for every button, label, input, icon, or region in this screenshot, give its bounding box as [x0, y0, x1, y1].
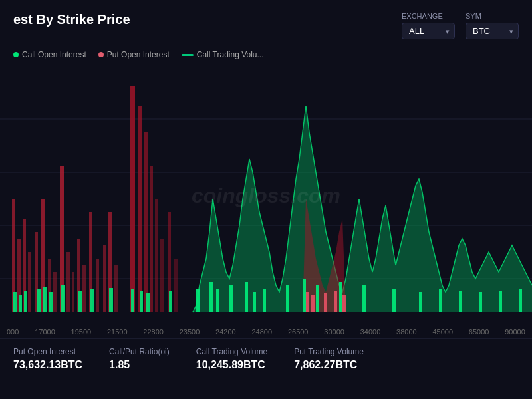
x-label: 30000: [324, 328, 344, 336]
chart-area: coingloss.com: [0, 66, 532, 325]
svg-rect-59: [419, 292, 422, 312]
svg-rect-60: [439, 289, 442, 312]
page-title: est By Strike Price: [13, 12, 130, 27]
svg-rect-22: [130, 86, 135, 312]
svg-rect-49: [229, 285, 233, 312]
svg-rect-54: [303, 279, 306, 312]
svg-rect-50: [245, 282, 248, 312]
svg-rect-13: [66, 252, 70, 312]
svg-rect-46: [196, 289, 200, 312]
legend-item-put-oi: Put Open Interest: [98, 50, 170, 59]
svg-rect-42: [146, 293, 150, 312]
symbol-select[interactable]: BTC ETH: [466, 23, 519, 39]
symbol-label: Sym: [466, 12, 519, 20]
svg-rect-64: [519, 289, 522, 312]
exchange-select-wrapper[interactable]: ALL Deribit OKX: [402, 23, 455, 39]
svg-rect-66: [311, 295, 315, 312]
stat-call-put-ratio: Call/Put Ratio(oi) 1.85: [109, 347, 170, 371]
svg-rect-38: [90, 289, 94, 312]
svg-rect-33: [37, 289, 41, 312]
stat-call-vol-value: 10,245.89BTC: [196, 359, 267, 371]
stat-ratio-label: Call/Put Ratio(oi): [109, 347, 170, 356]
x-label: 65000: [469, 328, 489, 336]
stat-call-vol: Call Trading Volume 10,245.89BTC: [196, 347, 267, 371]
svg-rect-56: [339, 282, 342, 312]
symbol-select-wrapper[interactable]: BTC ETH: [466, 23, 519, 39]
x-label: 26500: [288, 328, 309, 336]
x-label: 38000: [396, 328, 417, 336]
svg-rect-32: [24, 291, 27, 312]
svg-marker-44: [193, 106, 532, 312]
svg-rect-19: [103, 245, 106, 312]
x-label: 24800: [252, 328, 273, 336]
stat-call-vol-label: Call Trading Volume: [196, 347, 267, 356]
svg-rect-7: [28, 252, 31, 312]
exchange-group: Exchange ALL Deribit OKX: [402, 12, 455, 39]
svg-rect-29: [174, 259, 178, 312]
x-label: 000: [7, 328, 19, 336]
svg-rect-43: [169, 291, 172, 312]
svg-rect-37: [78, 291, 82, 312]
x-label: 23500: [180, 328, 200, 336]
svg-rect-57: [362, 285, 366, 312]
svg-rect-63: [499, 291, 502, 312]
x-label: 24200: [215, 328, 236, 336]
svg-rect-30: [13, 292, 17, 312]
chart-svg: [0, 66, 532, 325]
x-label: 45000: [432, 328, 453, 336]
svg-rect-25: [150, 166, 153, 312]
legend-item-call-vol: Call Trading Volu...: [182, 50, 264, 59]
svg-rect-16: [82, 265, 86, 312]
svg-rect-55: [316, 285, 319, 312]
svg-rect-52: [263, 289, 266, 312]
svg-rect-27: [160, 239, 164, 312]
stat-put-vol-value: 7,862.27BTC: [294, 359, 364, 371]
controls: Exchange ALL Deribit OKX Sym BTC ETH: [402, 12, 519, 39]
x-label: 90000: [505, 328, 525, 336]
svg-rect-69: [342, 295, 346, 312]
x-axis: 000 17000 19500 21500 22800 23500 24200 …: [0, 325, 532, 338]
svg-rect-31: [19, 295, 22, 312]
svg-rect-35: [49, 292, 53, 312]
legend: Call Open Interest Put Open Interest Cal…: [0, 46, 532, 66]
stat-put-oi: Put Open Interest 73,632.13BTC: [13, 347, 82, 371]
svg-rect-26: [155, 199, 158, 312]
svg-rect-53: [286, 285, 289, 312]
symbol-group: Sym BTC ETH: [466, 12, 519, 39]
svg-rect-51: [253, 292, 256, 312]
svg-rect-24: [144, 132, 148, 312]
svg-rect-48: [216, 289, 219, 312]
exchange-select[interactable]: ALL Deribit OKX: [402, 23, 455, 39]
svg-rect-11: [53, 272, 57, 312]
put-oi-label: Put Open Interest: [107, 50, 170, 59]
stat-put-oi-label: Put Open Interest: [13, 347, 82, 356]
svg-rect-67: [324, 293, 327, 312]
svg-rect-65: [306, 292, 309, 312]
svg-rect-18: [96, 259, 99, 312]
x-label: 17000: [35, 328, 55, 336]
svg-rect-39: [109, 288, 113, 312]
svg-rect-23: [138, 106, 142, 312]
svg-rect-34: [43, 287, 47, 312]
x-label: 19500: [71, 328, 92, 336]
svg-rect-40: [131, 289, 134, 312]
call-oi-label: Call Open Interest: [22, 50, 86, 59]
main-container: est By Strike Price Exchange ALL Deribit…: [0, 0, 532, 399]
stats-bar: Put Open Interest 73,632.13BTC Call/Put …: [0, 338, 532, 379]
stat-put-vol-label: Put Trading Volume: [294, 347, 364, 356]
stat-put-vol: Put Trading Volume 7,862.27BTC: [294, 347, 364, 371]
stat-put-oi-value: 73,632.13BTC: [13, 359, 82, 371]
call-vol-icon: [182, 54, 194, 56]
svg-rect-68: [334, 291, 337, 312]
svg-rect-61: [459, 291, 462, 312]
svg-rect-21: [114, 265, 118, 312]
put-oi-icon: [98, 52, 104, 57]
svg-rect-14: [72, 272, 74, 312]
header: est By Strike Price Exchange ALL Deribit…: [0, 0, 532, 46]
svg-rect-41: [140, 291, 143, 312]
exchange-label: Exchange: [402, 12, 455, 20]
x-label: 34000: [360, 328, 381, 336]
svg-rect-62: [479, 292, 482, 312]
x-label: 22800: [143, 328, 164, 336]
stat-ratio-value: 1.85: [109, 359, 170, 371]
